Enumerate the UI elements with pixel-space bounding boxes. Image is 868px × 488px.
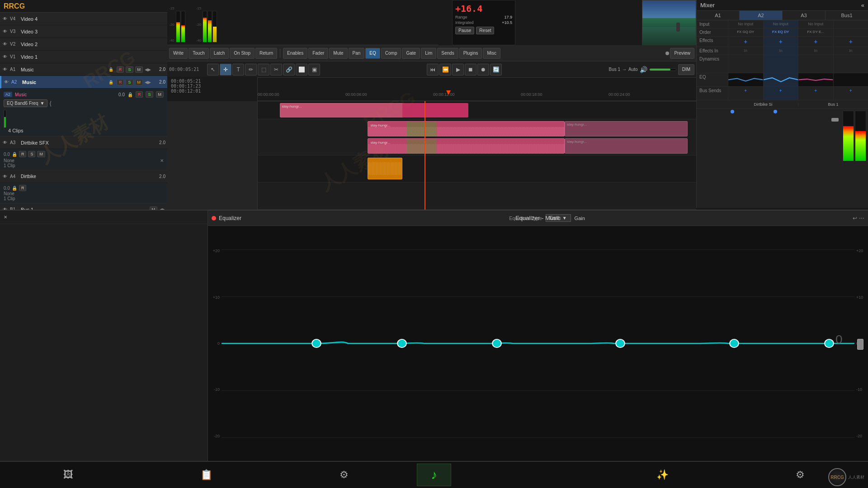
bottom-btn-effects[interactable]: ⚙ [340, 469, 349, 481]
rewind-btn[interactable]: ⏮ [427, 64, 439, 75]
pan-btn[interactable]: Pan [349, 48, 365, 59]
track-row[interactable]: 👁 V1 Video 1 [0, 51, 167, 63]
mute-btn[interactable]: M [135, 79, 143, 85]
mixer-effects-a3[interactable]: + [798, 37, 834, 47]
stop-btn[interactable]: ⏹ [465, 64, 476, 75]
gate-btn[interactable]: Gate [402, 48, 420, 59]
track-row-a4[interactable]: 👁 A4 Dirtbike 2.0 [0, 170, 167, 183]
solo-btn[interactable]: S [28, 151, 35, 157]
record-btn[interactable]: R [19, 151, 27, 157]
track-row[interactable]: 👁 V2 Video 2 [0, 38, 167, 51]
record-btn[interactable]: R [117, 79, 124, 85]
text-tool[interactable]: T [232, 64, 244, 75]
comp-btn[interactable]: Comp [381, 48, 401, 59]
eq-fader[interactable] [857, 339, 863, 350]
track-visibility-icon[interactable]: 👁 [2, 41, 8, 47]
touch-btn[interactable]: Touch [189, 48, 209, 59]
mixer-effects-in-a2[interactable]: In [764, 47, 799, 55]
timeline-tracks-area[interactable]: stay-hungr... stay-hungr... stay-hungr..… [167, 101, 696, 210]
mute-btn[interactable]: M [135, 66, 143, 73]
mixer-expand-icon[interactable]: « [861, 2, 864, 9]
enables-btn[interactable]: Enables [283, 48, 307, 59]
pen-tool[interactable]: ✏ [245, 64, 257, 75]
eq-preset-dropdown[interactable]: EQ Band6 Freq ▼ [4, 99, 47, 107]
track-visibility-icon[interactable]: 👁 [2, 66, 8, 73]
track-row-a3[interactable]: 👁 A3 Dirtbike SFX 2.0 [0, 136, 167, 149]
track-visibility-icon[interactable]: 👁 [3, 79, 9, 85]
scissors-tool[interactable]: ✂ [270, 64, 282, 75]
expand-icon[interactable]: ⟨ [49, 100, 52, 107]
record-btn[interactable]: R [117, 66, 124, 73]
solo-btn[interactable]: S [126, 66, 133, 73]
eq-more-icon[interactable]: ⋯ [859, 215, 864, 221]
latch-btn[interactable]: Latch [210, 48, 229, 59]
bottom-btn-gallery[interactable]: 🖼 [63, 469, 73, 481]
eq-graph[interactable]: +20 +10 0 -10 -20 +20 +10 0 -10 -20 [208, 226, 868, 461]
slip-tool[interactable]: ⬜ [296, 64, 307, 75]
crosshair-tool[interactable]: ✛ [220, 64, 231, 75]
mixer-effects-in-bus[interactable]: In [834, 47, 868, 55]
play-btn[interactable]: ▶ [452, 64, 464, 75]
track-row[interactable]: 👁 A1 Music 🔒 R S M ◀▶ 2.0 [0, 63, 167, 76]
on-stop-btn[interactable]: On Stop [230, 48, 255, 59]
audio-clip-bottom[interactable]: stay-hungr... [368, 138, 565, 154]
fader-knob[interactable] [831, 118, 839, 122]
audio-clip-continued-2[interactable]: stay-hungr... [565, 138, 688, 154]
step-back-btn[interactable]: ⏪ [439, 64, 451, 75]
record-btn-expanded[interactable]: R [136, 91, 143, 98]
reset-button[interactable]: Reset [476, 27, 494, 34]
mute-ctrl-btn[interactable]: Mute [329, 48, 347, 59]
track-row-a2[interactable]: 👁 A2 Music 🔒 R S M ◀▶ 2.0 [0, 76, 167, 89]
audio-clip-top[interactable]: stay-hungr... [368, 121, 565, 136]
link-tool[interactable]: 🔗 [283, 64, 295, 75]
video-clip-2[interactable] [402, 103, 468, 117]
lim-btn[interactable]: Lim [421, 48, 436, 59]
record-btn[interactable]: R [19, 185, 27, 191]
bottom-btn-magic[interactable]: ✨ [656, 469, 669, 481]
eq-btn[interactable]: EQ [365, 48, 380, 59]
track-visibility-icon[interactable]: 👁 [2, 28, 8, 35]
select-tool[interactable]: ⬚ [258, 64, 269, 75]
mixer-effects-in-a3[interactable]: In [798, 47, 834, 55]
mute-btn-expanded[interactable]: M [156, 91, 164, 98]
preview-btn[interactable]: Preview [670, 48, 694, 59]
pause-button[interactable]: Pause [455, 27, 474, 34]
fader-btn[interactable]: Fader [308, 48, 328, 59]
mixer-effects-a1[interactable]: + [728, 37, 764, 47]
bottom-btn-edit[interactable]: 📋 [200, 469, 212, 481]
record-btn[interactable]: ⏺ [477, 64, 489, 75]
mixer-bus-a2[interactable]: + [764, 87, 799, 100]
bottom-btn-settings[interactable]: ⚙ [796, 469, 805, 481]
sends-btn[interactable]: Sends [437, 48, 458, 59]
dim-btn[interactable]: DIM [678, 64, 694, 75]
track-row[interactable]: 👁 V3 Video 3 [0, 25, 167, 38]
track-visibility-icon[interactable]: 👁 [2, 140, 8, 146]
audio-clip-continued[interactable]: stay-hungr... [565, 121, 688, 136]
close-icon[interactable]: ✕ [160, 158, 164, 163]
track-visibility-icon[interactable]: 👁 [2, 16, 8, 22]
mixer-bus-a1[interactable]: + [728, 87, 764, 100]
multicam-tool[interactable]: ▣ [308, 64, 320, 75]
solo-btn-expanded[interactable]: S [146, 91, 153, 98]
track-visibility-icon[interactable]: 👁 [2, 54, 8, 60]
pointer-tool[interactable]: ↖ [207, 64, 219, 75]
bottom-close-btn[interactable]: ✕ [0, 211, 208, 224]
mixer-bus-a3[interactable]: + [798, 87, 834, 100]
return-btn[interactable]: Return [255, 48, 277, 59]
orange-clip[interactable] [368, 158, 403, 179]
plugins-btn[interactable]: Plugins [459, 48, 482, 59]
close-icon[interactable]: ✕ [4, 215, 7, 220]
write-btn[interactable]: Write [169, 48, 188, 59]
mixer-effects-bus[interactable]: + [834, 37, 868, 47]
mixer-effects-in-a1[interactable]: In [728, 47, 764, 55]
track-visibility-icon[interactable]: 👁 [2, 174, 8, 180]
solo-btn[interactable]: S [126, 79, 133, 85]
video-clip[interactable]: stay-hungr... [280, 103, 411, 117]
loop-btn[interactable]: 🔄 [490, 64, 502, 75]
track-row[interactable]: 👁 V4 Video 4 [0, 13, 167, 25]
mixer-bus-bus[interactable]: + [834, 87, 868, 100]
mute-btn[interactable]: M [37, 151, 45, 157]
misc-btn[interactable]: Misc [483, 48, 500, 59]
eq-undo-icon[interactable]: ↩ [853, 215, 857, 221]
mixer-effects-a2[interactable]: + [764, 37, 799, 47]
